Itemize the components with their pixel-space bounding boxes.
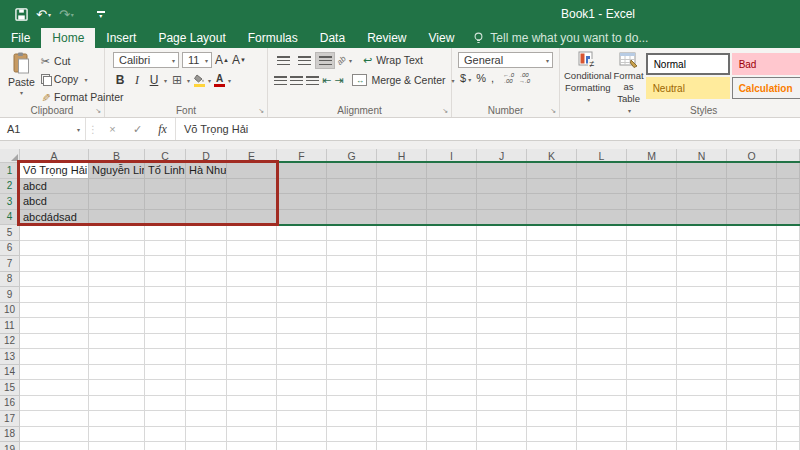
save-button[interactable] xyxy=(12,4,31,24)
cell-C11[interactable] xyxy=(145,318,186,334)
cell-L19[interactable] xyxy=(577,442,627,450)
cell-G13[interactable] xyxy=(327,349,377,365)
cell-A3[interactable]: abcd xyxy=(20,194,89,210)
cell-H13[interactable] xyxy=(377,349,427,365)
cell-H5[interactable] xyxy=(377,225,427,241)
cell-G7[interactable] xyxy=(327,256,377,272)
cell-G18[interactable] xyxy=(327,427,377,443)
column-header-N[interactable]: N xyxy=(677,149,727,163)
formula-input[interactable]: Võ Trọng Hải xyxy=(175,118,800,140)
row-header-9[interactable]: 9 xyxy=(0,287,20,303)
cell-J6[interactable] xyxy=(477,241,527,257)
cell-E11[interactable] xyxy=(227,318,277,334)
cell-N1[interactable] xyxy=(677,163,727,179)
cell-J4[interactable] xyxy=(477,210,527,226)
cell-M12[interactable] xyxy=(627,334,677,350)
cell-O11[interactable] xyxy=(727,318,777,334)
cell-G15[interactable] xyxy=(327,380,377,396)
cell-J17[interactable] xyxy=(477,411,527,427)
paste-button[interactable]: Paste ▾ xyxy=(8,52,35,105)
cell-C12[interactable] xyxy=(145,334,186,350)
cell-L1[interactable] xyxy=(577,163,627,179)
cell-H10[interactable] xyxy=(377,303,427,319)
cell-L13[interactable] xyxy=(577,349,627,365)
cell-N13[interactable] xyxy=(677,349,727,365)
cell-E2[interactable] xyxy=(227,179,277,195)
cell-F15[interactable] xyxy=(277,380,327,396)
cell-M11[interactable] xyxy=(627,318,677,334)
cell-M10[interactable] xyxy=(627,303,677,319)
cell-O10[interactable] xyxy=(727,303,777,319)
cell-C19[interactable] xyxy=(145,442,186,450)
cell-H6[interactable] xyxy=(377,241,427,257)
cell-N7[interactable] xyxy=(677,256,727,272)
cell-N3[interactable] xyxy=(677,194,727,210)
row-header-7[interactable]: 7 xyxy=(0,256,20,272)
cell-B1[interactable]: Nguyễn Linh xyxy=(89,163,145,179)
cell-partial15[interactable] xyxy=(777,380,800,396)
cell-N14[interactable] xyxy=(677,365,727,381)
cell-J10[interactable] xyxy=(477,303,527,319)
cell-K13[interactable] xyxy=(527,349,577,365)
column-header-E[interactable]: E xyxy=(227,149,277,163)
middle-align-button[interactable] xyxy=(295,53,313,68)
cell-D10[interactable] xyxy=(186,303,227,319)
cell-D4[interactable] xyxy=(186,210,227,226)
column-header-M[interactable]: M xyxy=(627,149,677,163)
cell-partial6[interactable] xyxy=(777,241,800,257)
cell-D19[interactable] xyxy=(186,442,227,450)
font-family-select[interactable]: Calibri▾ xyxy=(113,52,179,68)
cell-G11[interactable] xyxy=(327,318,377,334)
cell-I12[interactable] xyxy=(427,334,477,350)
cell-I16[interactable] xyxy=(427,396,477,412)
cell-partial1[interactable] xyxy=(777,163,800,179)
cell-J3[interactable] xyxy=(477,194,527,210)
cell-B13[interactable] xyxy=(89,349,145,365)
cell-F10[interactable] xyxy=(277,303,327,319)
cell-H19[interactable] xyxy=(377,442,427,450)
cell-C17[interactable] xyxy=(145,411,186,427)
cell-C16[interactable] xyxy=(145,396,186,412)
cell-K6[interactable] xyxy=(527,241,577,257)
cell-D15[interactable] xyxy=(186,380,227,396)
cell-C8[interactable] xyxy=(145,272,186,288)
cell-N5[interactable] xyxy=(677,225,727,241)
cell-K19[interactable] xyxy=(527,442,577,450)
cell-K1[interactable] xyxy=(527,163,577,179)
cell-E12[interactable] xyxy=(227,334,277,350)
cell-I9[interactable] xyxy=(427,287,477,303)
cell-F18[interactable] xyxy=(277,427,327,443)
column-header-D[interactable]: D xyxy=(186,149,227,163)
cell-D18[interactable] xyxy=(186,427,227,443)
cell-M16[interactable] xyxy=(627,396,677,412)
cell-A11[interactable] xyxy=(20,318,89,334)
bottom-align-button[interactable] xyxy=(316,53,334,68)
cell-L11[interactable] xyxy=(577,318,627,334)
cell-O7[interactable] xyxy=(727,256,777,272)
column-header-J[interactable]: J xyxy=(477,149,527,163)
percent-style-button[interactable]: % xyxy=(476,72,486,84)
cell-G6[interactable] xyxy=(327,241,377,257)
borders-button[interactable]: ⊞ xyxy=(170,72,184,88)
cell-M4[interactable] xyxy=(627,210,677,226)
cell-style-normal[interactable]: Normal xyxy=(646,53,730,75)
cell-J13[interactable] xyxy=(477,349,527,365)
tab-view[interactable]: View xyxy=(418,28,466,48)
cell-E4[interactable] xyxy=(227,210,277,226)
cell-N6[interactable] xyxy=(677,241,727,257)
cell-G12[interactable] xyxy=(327,334,377,350)
cell-K15[interactable] xyxy=(527,380,577,396)
cell-O13[interactable] xyxy=(727,349,777,365)
cell-E1[interactable] xyxy=(227,163,277,179)
borders-dropdown-icon[interactable]: ▾ xyxy=(187,77,190,84)
cell-C9[interactable] xyxy=(145,287,186,303)
cell-A15[interactable] xyxy=(20,380,89,396)
undo-dropdown-icon[interactable]: ▾ xyxy=(48,11,51,18)
cell-B17[interactable] xyxy=(89,411,145,427)
cell-N9[interactable] xyxy=(677,287,727,303)
cell-style-bad[interactable]: Bad xyxy=(732,53,800,75)
cell-O12[interactable] xyxy=(727,334,777,350)
tab-home[interactable]: Home xyxy=(41,28,95,48)
cell-E18[interactable] xyxy=(227,427,277,443)
cell-G2[interactable] xyxy=(327,179,377,195)
